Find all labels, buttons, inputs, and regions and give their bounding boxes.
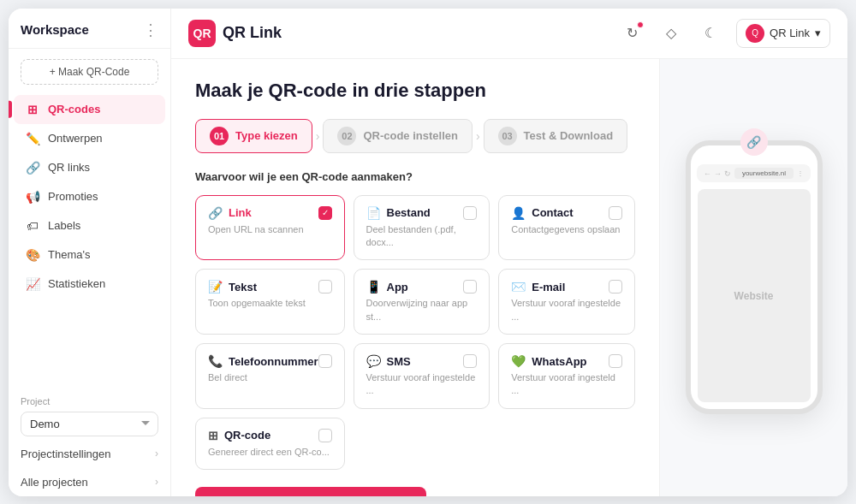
type-card-icon-link: 🔗 — [208, 206, 223, 220]
type-card-title-bestand: 📄 Bestand — [366, 206, 431, 220]
type-card-qr-code[interactable]: ⊞ QR-code Genereer direct een QR-co... — [195, 418, 345, 470]
step-1[interactable]: 01 Type kiezen — [195, 119, 312, 153]
topbar-actions: ↻ ◇ ☾ Q QR Link ▾ — [618, 19, 830, 48]
type-card-title-app: 📱 App — [366, 280, 408, 294]
sidebar-item-ontwerpen[interactable]: ✏️Ontwerpen — [14, 124, 165, 153]
main-content: QR QR Link ↻ ◇ ☾ Q QR Link ▾ Maak je — [171, 9, 847, 496]
cta-button[interactable]: → Verder naar QR-code instellen — [195, 487, 426, 495]
type-card-icon-contact: 👤 — [511, 206, 526, 220]
settings-item-projectinstellingen[interactable]: Projectinstellingen› — [9, 440, 170, 468]
step-2-number: 02 — [337, 127, 356, 145]
type-card-desc-link: Open URL na scannen — [208, 223, 332, 236]
sidebar-item-promoties[interactable]: 📢Promoties — [14, 182, 165, 211]
type-card-email[interactable]: ✉️ E-mail Verstuur vooraf ingestelde ... — [498, 269, 635, 335]
user-button[interactable]: Q QR Link ▾ — [736, 19, 830, 48]
type-card-checkbox-app — [463, 280, 477, 294]
nav-icon-themas: 🎨 — [26, 248, 39, 262]
type-card-icon-email: ✉️ — [511, 280, 526, 294]
project-select[interactable]: Demo — [21, 412, 158, 436]
type-card-header-sms: 💬 SMS — [366, 354, 478, 368]
type-card-header-telefoonnummer: 📞 Telefoonnummer — [208, 354, 332, 368]
type-card-header-email: ✉️ E-mail — [511, 280, 622, 294]
compass-icon[interactable]: ◇ — [657, 20, 685, 47]
step-3[interactable]: 03 Test & Download — [484, 119, 627, 153]
phone-panel: 🔗 ← → ↻ yourwebsite.nl ⋮ — [659, 59, 847, 496]
type-card-icon-qr-code: ⊞ — [208, 429, 218, 442]
type-card-header-bestand: 📄 Bestand — [366, 206, 478, 220]
phone-wrapper: 🔗 ← → ↻ yourwebsite.nl ⋮ — [686, 140, 823, 414]
type-card-contact[interactable]: 👤 Contact Contactgegevens opslaan — [498, 195, 635, 261]
type-card-telefoonnummer[interactable]: 📞 Telefoonnummer Bel direct — [195, 343, 345, 409]
type-card-checkbox-qr-code — [318, 429, 332, 442]
page-title: Maak je QR-code in drie stappen — [195, 80, 635, 102]
sidebar-header: Workspace ⋮ — [9, 9, 170, 49]
type-card-header-tekst: 📝 Tekst — [208, 280, 332, 294]
nav-label-qr-codes: QR-codes — [48, 103, 100, 116]
type-card-checkbox-link: ✓ — [318, 206, 332, 220]
type-card-title-link: 🔗 Link — [208, 206, 252, 220]
step-arrow-1: › — [316, 129, 320, 143]
type-card-header-qr-code: ⊞ QR-code — [208, 429, 332, 442]
nav-label-ontwerpen: Ontwerpen — [48, 132, 103, 145]
sidebar-item-qr-links[interactable]: 🔗QR links — [14, 153, 165, 182]
type-card-header-contact: 👤 Contact — [511, 206, 622, 220]
sidebar-item-labels[interactable]: 🏷Labels — [14, 211, 165, 240]
type-card-whatsapp[interactable]: 💚 WhatsApp Verstuur vooraf ingesteld ... — [498, 343, 635, 409]
nav-icon-statistieken: 📈 — [26, 277, 39, 291]
steps-bar: 01 Type kiezen › 02 QR-code instellen › … — [195, 119, 635, 153]
moon-icon[interactable]: ☾ — [697, 20, 724, 47]
type-card-icon-app: 📱 — [366, 280, 381, 294]
website-label: Website — [734, 290, 774, 302]
step-2[interactable]: 02 QR-code instellen — [323, 119, 473, 153]
workspace-title: Workspace — [21, 22, 89, 37]
menu-icon[interactable]: ⋮ — [143, 21, 158, 39]
forward-icon: → — [714, 169, 722, 178]
refresh-icon[interactable]: ↻ — [618, 20, 645, 47]
type-card-title-whatsapp: 💚 WhatsApp — [511, 354, 586, 368]
type-card-bestand[interactable]: 📄 Bestand Deel bestanden (.pdf, docx... — [354, 195, 490, 261]
content-main: Maak je QR-code in drie stappen 01 Type … — [171, 59, 659, 496]
type-card-tekst[interactable]: 📝 Tekst Toon opgemaakte tekst — [195, 269, 345, 335]
type-card-checkbox-contact — [609, 206, 622, 220]
type-card-header-link: 🔗 Link ✓ — [208, 206, 332, 220]
type-card-desc-app: Doorverwijzing naar app st... — [366, 297, 478, 323]
topbar-brand: QR QR Link — [188, 20, 282, 47]
phone-link-icon: 🔗 — [740, 128, 768, 156]
step-1-label: Type kiezen — [235, 129, 298, 142]
type-card-icon-bestand: 📄 — [366, 206, 381, 220]
type-card-desc-contact: Contactgegevens opslaan — [511, 223, 622, 236]
nav-icon-labels: 🏷 — [26, 219, 39, 233]
browser-bar: ← → ↻ yourwebsite.nl ⋮ — [697, 164, 811, 182]
sidebar-settings: Projectinstellingen›Alle projecten› — [9, 440, 170, 496]
browser-url: yourwebsite.nl — [734, 168, 794, 179]
nav-icon-qr-codes: ⊞ — [26, 103, 39, 116]
step-arrow-2: › — [476, 129, 480, 143]
settings-item-alle-projecten[interactable]: Alle projecten› — [9, 468, 170, 496]
step-3-number: 03 — [498, 127, 517, 145]
type-card-icon-sms: 💬 — [366, 354, 381, 368]
type-card-desc-bestand: Deel bestanden (.pdf, docx... — [366, 223, 478, 250]
brand-logo: QR — [188, 20, 216, 47]
sidebar-item-statistieken[interactable]: 📈Statistieken — [14, 270, 165, 299]
sidebar-item-qr-codes[interactable]: ⊞QR-codes — [14, 95, 165, 124]
type-card-checkbox-email — [609, 280, 622, 294]
type-card-link[interactable]: 🔗 Link ✓ Open URL na scannen — [195, 195, 345, 261]
type-card-desc-whatsapp: Verstuur vooraf ingesteld ... — [511, 371, 622, 398]
sidebar-item-themas[interactable]: 🎨Thema's — [14, 240, 165, 270]
type-card-checkbox-sms — [463, 354, 477, 368]
type-card-desc-sms: Verstuur vooraf ingestelde ... — [366, 371, 478, 398]
content-area: Maak je QR-code in drie stappen 01 Type … — [171, 59, 847, 496]
section-question: Waarvoor wil je een QR-code aanmaken? — [195, 170, 635, 183]
nav-icon-ontwerpen: ✏️ — [26, 132, 39, 145]
reload-icon: ↻ — [724, 169, 731, 178]
nav-label-promoties: Promoties — [48, 190, 98, 203]
type-card-title-tekst: 📝 Tekst — [208, 280, 257, 294]
type-card-desc-qr-code: Genereer direct een QR-co... — [208, 446, 332, 459]
sidebar-project: Project Demo — [9, 388, 170, 440]
chevron-right-icon: › — [155, 448, 158, 460]
type-card-app[interactable]: 📱 App Doorverwijzing naar app st... — [354, 269, 490, 335]
add-qr-button[interactable]: + Maak QR-Code — [21, 59, 158, 85]
type-card-sms[interactable]: 💬 SMS Verstuur vooraf ingestelde ... — [354, 343, 490, 409]
type-card-icon-telefoonnummer: 📞 — [208, 354, 223, 368]
type-card-desc-email: Verstuur vooraf ingestelde ... — [511, 297, 622, 323]
